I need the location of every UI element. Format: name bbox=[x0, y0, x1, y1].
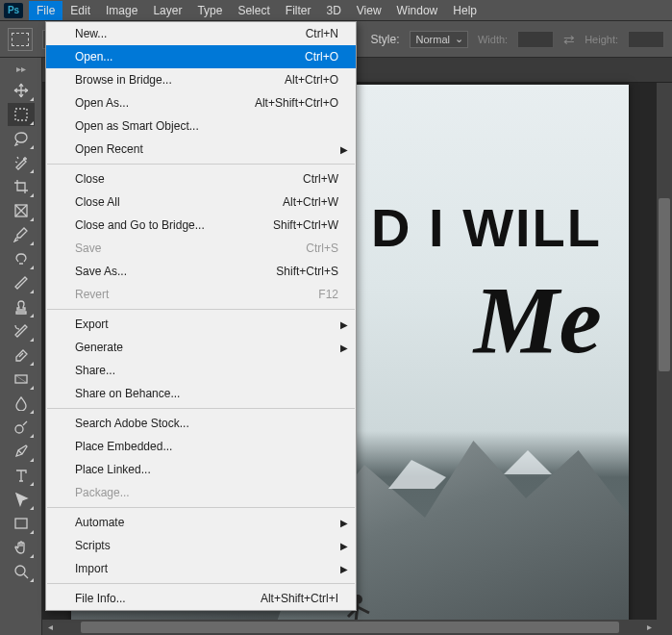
menu-item-import[interactable]: Import▶ bbox=[46, 557, 356, 580]
menu-item-save: SaveCtrl+S bbox=[46, 237, 356, 260]
menu-item-open-as-smart-object[interactable]: Open as Smart Object... bbox=[46, 114, 356, 138]
menu-image[interactable]: Image bbox=[98, 1, 145, 20]
menu-edit[interactable]: Edit bbox=[62, 1, 98, 20]
menu-layer[interactable]: Layer bbox=[145, 1, 189, 20]
tools-panel: ▸▸ bbox=[0, 58, 42, 635]
tool-frame[interactable] bbox=[8, 199, 35, 222]
tool-gradient[interactable] bbox=[8, 368, 35, 391]
menu-item-open-as[interactable]: Open As...Alt+Shift+Ctrl+O bbox=[46, 91, 356, 114]
style-label: Style: bbox=[370, 33, 399, 46]
tool-path-select[interactable] bbox=[8, 488, 35, 511]
file-menu-dropdown: New...Ctrl+NOpen...Ctrl+OBrowse in Bridg… bbox=[45, 21, 357, 611]
menu-3d[interactable]: 3D bbox=[318, 1, 348, 20]
tool-preset-icon[interactable] bbox=[8, 28, 33, 51]
menu-item-open[interactable]: Open...Ctrl+O bbox=[46, 45, 356, 68]
tool-move[interactable] bbox=[8, 79, 35, 102]
menu-item-place-linked[interactable]: Place Linked... bbox=[46, 458, 356, 481]
menu-item-close-all[interactable]: Close AllAlt+Ctrl+W bbox=[46, 190, 356, 214]
menu-item-package: Package... bbox=[46, 481, 356, 504]
width-label: Width: bbox=[478, 34, 508, 45]
menu-item-place-embedded[interactable]: Place Embedded... bbox=[46, 435, 356, 458]
menu-file[interactable]: File bbox=[29, 1, 62, 20]
tool-blur[interactable] bbox=[8, 392, 35, 415]
menu-item-scripts[interactable]: Scripts▶ bbox=[46, 534, 356, 557]
height-input bbox=[628, 31, 664, 48]
tool-marquee[interactable] bbox=[8, 103, 35, 126]
menu-item-file-info[interactable]: File Info...Alt+Shift+Ctrl+I bbox=[46, 587, 356, 610]
menu-item-close-and-go-to-bridge[interactable]: Close and Go to Bridge...Shift+Ctrl+W bbox=[46, 214, 356, 237]
collapse-icon[interactable]: ▸▸ bbox=[0, 64, 41, 75]
tool-magic-wand[interactable] bbox=[8, 151, 35, 174]
tool-brush[interactable] bbox=[8, 271, 35, 294]
tool-eraser[interactable] bbox=[8, 343, 35, 367]
canvas-text-line2: Me bbox=[371, 274, 602, 366]
app-logo: Ps bbox=[4, 3, 23, 18]
menu-item-export[interactable]: Export▶ bbox=[46, 313, 356, 336]
menu-item-new[interactable]: New...Ctrl+N bbox=[46, 22, 356, 45]
menu-item-generate[interactable]: Generate▶ bbox=[46, 336, 356, 359]
style-select[interactable]: Normal bbox=[410, 31, 468, 48]
menu-type[interactable]: Type bbox=[189, 1, 230, 20]
swap-dimensions-icon: ⇄ bbox=[563, 32, 575, 47]
menu-select[interactable]: Select bbox=[230, 1, 277, 20]
tool-patch[interactable] bbox=[8, 247, 35, 270]
menu-view[interactable]: View bbox=[349, 1, 389, 20]
canvas-text-line1: D I WILL bbox=[371, 200, 602, 257]
vertical-scrollbar[interactable] bbox=[657, 83, 672, 620]
menu-item-share-on-behance[interactable]: Share on Behance... bbox=[46, 382, 356, 405]
menu-item-automate[interactable]: Automate▶ bbox=[46, 511, 356, 534]
tool-pen[interactable] bbox=[8, 440, 35, 463]
tool-dodge[interactable] bbox=[8, 416, 35, 439]
tool-crop[interactable] bbox=[8, 175, 35, 198]
svg-point-5 bbox=[15, 566, 25, 575]
tool-type[interactable] bbox=[8, 464, 35, 487]
height-label: Height: bbox=[585, 34, 618, 45]
menu-help[interactable]: Help bbox=[445, 1, 485, 20]
svg-rect-4 bbox=[15, 519, 27, 528]
tool-zoom[interactable] bbox=[8, 560, 35, 583]
tool-rectangle[interactable] bbox=[8, 512, 35, 535]
menubar: Ps FileEditImageLayerTypeSelectFilter3DV… bbox=[0, 0, 672, 21]
menu-item-close[interactable]: CloseCtrl+W bbox=[46, 167, 356, 190]
tool-lasso[interactable] bbox=[8, 127, 35, 150]
tool-eyedropper[interactable] bbox=[8, 223, 35, 246]
menu-item-share[interactable]: Share... bbox=[46, 359, 356, 382]
menu-item-search-adobe-stock[interactable]: Search Adobe Stock... bbox=[46, 412, 356, 435]
tool-stamp[interactable] bbox=[8, 295, 35, 318]
menu-item-open-recent[interactable]: Open Recent▶ bbox=[46, 138, 356, 161]
menu-item-browse-in-bridge[interactable]: Browse in Bridge...Alt+Ctrl+O bbox=[46, 68, 356, 91]
horizontal-scrollbar[interactable]: ◂ ▸ bbox=[42, 620, 657, 635]
menu-item-save-as[interactable]: Save As...Shift+Ctrl+S bbox=[46, 260, 356, 283]
menu-window[interactable]: Window bbox=[389, 1, 446, 20]
tool-hand[interactable] bbox=[8, 536, 35, 559]
width-input bbox=[517, 31, 554, 48]
tool-history-brush[interactable] bbox=[8, 319, 35, 343]
svg-rect-0 bbox=[15, 109, 27, 120]
menu-item-revert: RevertF12 bbox=[46, 283, 356, 306]
svg-point-3 bbox=[15, 425, 23, 433]
menu-filter[interactable]: Filter bbox=[278, 1, 319, 20]
